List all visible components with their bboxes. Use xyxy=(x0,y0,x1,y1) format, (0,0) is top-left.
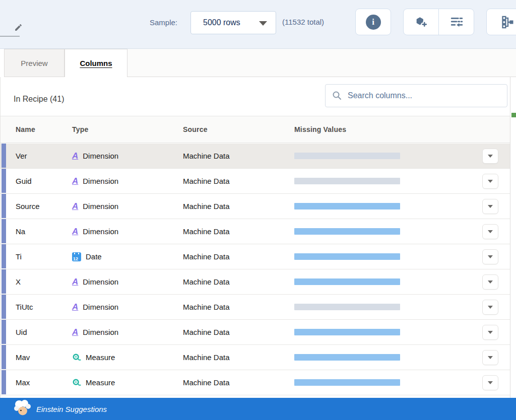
column-type-cell: Measure xyxy=(72,378,183,387)
column-header-missing-values: Missing Values xyxy=(294,125,482,133)
row-accent-bar xyxy=(2,219,6,243)
join-node-button[interactable] xyxy=(486,9,516,35)
caret-down-icon xyxy=(488,205,493,208)
caret-down-icon xyxy=(488,155,493,158)
tab-columns[interactable]: Columns xyxy=(64,49,127,77)
date-icon: 12 xyxy=(72,252,81,261)
column-type-cell: A Dimension xyxy=(72,152,183,160)
row-accent-bar xyxy=(2,345,6,369)
column-name-cell: Ver xyxy=(16,152,72,160)
table-row[interactable]: Max Measure Machine Data xyxy=(1,370,510,395)
measure-icon xyxy=(72,353,81,362)
column-name-cell: Na xyxy=(16,227,72,236)
tab-preview[interactable]: Preview xyxy=(4,49,64,77)
row-menu-button[interactable] xyxy=(482,300,498,315)
row-accent-bar xyxy=(2,295,6,319)
column-name-cell: Ti xyxy=(16,252,72,261)
table-row[interactable]: Uid A Dimension Machine Data xyxy=(1,320,510,345)
info-icon: i xyxy=(366,15,381,30)
column-type-cell: A Dimension xyxy=(72,202,183,211)
row-accent-bar xyxy=(2,144,6,168)
row-menu-button[interactable] xyxy=(482,325,498,340)
column-type-cell: A Dimension xyxy=(72,277,183,286)
table-row[interactable]: Source A Dimension Machine Data xyxy=(1,194,510,219)
table-row[interactable]: X A Dimension Machine Data xyxy=(1,269,510,295)
source-cell: Machine Data xyxy=(183,252,294,261)
missing-values-bar xyxy=(294,178,400,184)
hierarchy-join-icon xyxy=(501,15,515,29)
tab-strip-filler xyxy=(127,49,516,77)
columns-panel: In Recipe (41) Name Type Source Missing … xyxy=(0,77,510,398)
type-label: Date xyxy=(86,252,102,261)
column-name-cell: Source xyxy=(16,202,72,211)
caret-down-icon xyxy=(488,180,493,183)
table-row[interactable]: Guid A Dimension Machine Data xyxy=(1,169,510,194)
row-menu-button[interactable] xyxy=(482,174,498,189)
column-name-cell: X xyxy=(16,277,72,286)
source-cell: Machine Data xyxy=(183,177,294,185)
dimension-icon: A xyxy=(72,303,78,311)
table-row[interactable]: TiUtc A Dimension Machine Data xyxy=(1,295,510,320)
row-menu-button[interactable] xyxy=(482,274,498,290)
info-button[interactable]: i xyxy=(355,9,391,35)
row-menu-button[interactable] xyxy=(482,149,498,164)
type-label: Dimension xyxy=(83,152,118,160)
name-field-underline xyxy=(0,36,20,37)
column-name-cell: Uid xyxy=(16,328,72,336)
source-cell: Machine Data xyxy=(183,328,294,336)
type-label: Dimension xyxy=(83,227,118,236)
source-cell: Machine Data xyxy=(183,227,294,236)
search-icon xyxy=(332,91,342,101)
missing-values-bar xyxy=(294,379,400,386)
table-row[interactable]: Na A Dimension Machine Data xyxy=(1,219,510,244)
einstein-suggestions-bar[interactable]: Einstein Suggestions xyxy=(0,398,516,420)
type-label: Measure xyxy=(86,353,115,362)
column-header-source: Source xyxy=(183,125,294,133)
caret-down-icon xyxy=(488,331,493,334)
row-menu-button[interactable] xyxy=(482,350,498,365)
graph-node-port-green xyxy=(511,113,516,117)
table-row[interactable]: Mav Measure Machine Data xyxy=(1,345,510,370)
table-row[interactable]: Ti 12 Date Machine Data xyxy=(1,244,510,269)
caret-down-icon xyxy=(488,356,493,359)
type-label: Dimension xyxy=(83,202,118,211)
source-cell: Machine Data xyxy=(183,277,294,286)
search-input[interactable] xyxy=(325,84,507,107)
dimension-icon: A xyxy=(72,277,78,286)
source-cell: Machine Data xyxy=(183,152,294,160)
source-cell: Machine Data xyxy=(183,353,294,362)
missing-values-bar xyxy=(294,253,400,260)
chevron-down-icon xyxy=(259,21,267,26)
select-columns-button[interactable] xyxy=(438,9,474,35)
row-accent-bar xyxy=(2,320,6,344)
column-header-type: Type xyxy=(72,125,183,133)
source-cell: Machine Data xyxy=(183,202,294,211)
total-rows-label: (11532 total) xyxy=(282,18,324,26)
edit-pencil-icon[interactable] xyxy=(14,23,23,32)
sample-label: Sample: xyxy=(150,18,177,27)
einstein-suggestions-label: Einstein Suggestions xyxy=(36,405,107,413)
row-menu-button[interactable] xyxy=(482,199,498,214)
hexagon-plus-icon xyxy=(415,16,428,29)
add-node-button[interactable] xyxy=(404,9,438,35)
caret-down-icon xyxy=(488,255,493,258)
row-accent-bar xyxy=(2,269,6,294)
in-recipe-count: In Recipe (41) xyxy=(14,95,64,104)
row-menu-button[interactable] xyxy=(482,375,498,390)
column-header-name: Name xyxy=(16,125,72,133)
table-header-row: Name Type Source Missing Values xyxy=(1,116,510,143)
table-row[interactable]: Ver A Dimension Machine Data xyxy=(1,144,510,169)
row-menu-button[interactable] xyxy=(482,224,498,239)
missing-values-bar xyxy=(294,228,400,235)
search-columns-box xyxy=(325,84,507,107)
column-name-cell: TiUtc xyxy=(16,303,72,311)
tab-strip: Preview Columns xyxy=(0,49,516,77)
row-menu-button[interactable] xyxy=(482,249,498,264)
sample-size-dropdown[interactable]: 5000 rows xyxy=(190,11,276,34)
dimension-icon: A xyxy=(72,177,78,185)
type-label: Dimension xyxy=(83,277,118,286)
dimension-icon: A xyxy=(72,328,78,336)
column-type-cell: A Dimension xyxy=(72,303,183,311)
measure-icon xyxy=(72,378,81,387)
column-name-cell: Guid xyxy=(16,177,72,185)
